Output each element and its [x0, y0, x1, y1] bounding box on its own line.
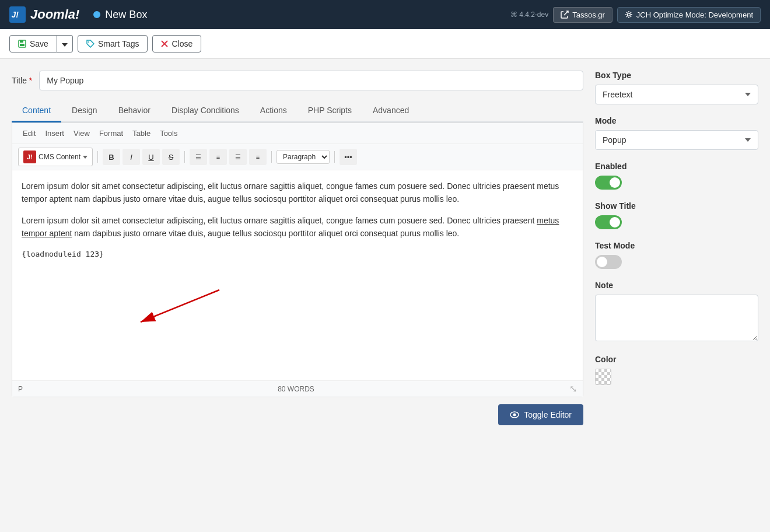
align-right-icon: ☰ [235, 154, 241, 160]
show-title-label: Show Title [595, 201, 758, 211]
toolbar-separator-3 [271, 151, 272, 163]
note-textarea[interactable] [595, 295, 758, 341]
editor-footer: P 80 WORDS ⤡ [12, 380, 583, 397]
svg-point-2 [627, 13, 630, 16]
mode-select[interactable]: Popup Slideout Embed [595, 130, 758, 150]
enabled-toggle[interactable] [595, 176, 622, 190]
page-title: New Box [105, 9, 147, 21]
enabled-slider [595, 176, 622, 190]
paragraph-indicator: P [18, 385, 23, 393]
editor-menu-view[interactable]: View [69, 127, 94, 140]
tab-php-scripts[interactable]: PHP Scripts [298, 100, 362, 123]
tab-content[interactable]: Content [12, 100, 61, 123]
color-section: Color [595, 355, 758, 385]
smart-tags-label: Smart Tags [98, 39, 139, 48]
toolbar: Save Smart Tags Close [0, 29, 770, 59]
editor-menu-insert[interactable]: Insert [40, 127, 69, 140]
svg-point-6 [88, 41, 89, 43]
align-left-icon: ☰ [195, 154, 201, 160]
jch-button[interactable]: JCH Optimize Mode: Development [617, 7, 761, 23]
close-icon [161, 40, 168, 47]
cms-content-label: CMS Content [38, 153, 80, 161]
enabled-toggle-container [595, 176, 758, 190]
show-title-toggle[interactable] [595, 215, 622, 229]
toggle-editor-row: Toggle Editor [12, 397, 583, 425]
toggle-editor-button[interactable]: Toggle Editor [498, 404, 583, 425]
bold-button[interactable]: B [103, 149, 120, 165]
eye-icon [510, 410, 519, 419]
align-justify-icon: ≡ [256, 154, 260, 160]
editor-menu-format[interactable]: Format [94, 127, 128, 140]
toolbar-separator-4 [334, 151, 335, 163]
align-justify-button[interactable]: ≡ [249, 149, 267, 165]
strikethrough-button[interactable]: S [162, 149, 180, 165]
arrow-annotation [129, 287, 222, 337]
color-swatch[interactable] [595, 369, 611, 385]
tab-behavior[interactable]: Behavior [108, 100, 161, 123]
note-label: Note [595, 281, 758, 290]
title-required: * [29, 76, 32, 85]
word-count: 80 WORDS [278, 385, 314, 393]
underline-button[interactable]: U [142, 149, 160, 165]
user-button[interactable]: Tassos.gr [553, 7, 612, 23]
save-dropdown-button[interactable] [57, 35, 73, 52]
tab-actions[interactable]: Actions [250, 100, 298, 123]
tab-display-conditions[interactable]: Display Conditions [161, 100, 250, 123]
box-type-select[interactable]: Freetext Module Component [595, 85, 758, 104]
title-row: Title * [12, 71, 583, 90]
joomla-logo-icon: J! [9, 6, 26, 23]
chevron-down-icon [62, 43, 68, 47]
resize-handle[interactable]: ⤡ [569, 383, 577, 394]
italic-button[interactable]: I [123, 149, 140, 165]
editor-menu-table[interactable]: Table [128, 127, 155, 140]
note-section: Note [595, 281, 758, 343]
tabs: Content Design Behavior Display Conditio… [12, 100, 583, 121]
more-tools-icon: ••• [344, 153, 352, 162]
title-dot-icon [93, 11, 100, 18]
enabled-section: Enabled [595, 162, 758, 190]
close-button[interactable]: Close [152, 35, 201, 52]
enabled-label: Enabled [595, 162, 758, 171]
jch-label: JCH Optimize Mode: Development [636, 10, 753, 19]
content-paragraph-2: Lorem ipsum dolor sit amet consectetur a… [22, 214, 573, 240]
svg-text:J!: J! [12, 10, 19, 19]
editor-menu-tools[interactable]: Tools [155, 127, 182, 140]
align-left-button[interactable]: ☰ [190, 149, 207, 165]
title-label: Title * [12, 76, 32, 85]
tab-design[interactable]: Design [61, 100, 108, 123]
cms-content-button[interactable]: J! CMS Content [18, 148, 93, 166]
test-mode-label: Test Mode [595, 241, 758, 250]
box-type-label: Box Type [595, 71, 758, 80]
right-panel: Box Type Freetext Module Component Mode … [595, 71, 758, 397]
cms-dropdown-icon [83, 156, 88, 159]
show-title-section: Show Title [595, 201, 758, 229]
tag-icon [86, 40, 94, 48]
editor-menubar: Edit Insert View Format Table Tools [12, 123, 583, 144]
save-button[interactable]: Save [9, 35, 57, 52]
show-title-toggle-container [595, 215, 758, 229]
page-title-container: New Box [93, 9, 147, 21]
editor-body[interactable]: Lorem ipsum dolor sit amet consectetur a… [12, 170, 583, 380]
svg-rect-5 [20, 44, 24, 46]
svg-line-8 [141, 290, 219, 322]
tab-advanced[interactable]: Advanced [362, 100, 419, 123]
smart-tags-button[interactable]: Smart Tags [78, 35, 148, 52]
gear-icon [625, 10, 633, 19]
test-mode-toggle[interactable] [595, 255, 622, 269]
align-right-button[interactable]: ☰ [229, 149, 247, 165]
user-label: Tassos.gr [572, 10, 605, 19]
color-label: Color [595, 355, 758, 364]
more-tools-button[interactable]: ••• [340, 149, 357, 165]
close-label: Close [172, 39, 192, 48]
editor-menu-edit[interactable]: Edit [18, 127, 40, 140]
paragraph-select[interactable]: Paragraph Heading 1 Heading 2 [276, 150, 330, 164]
main-content: Title * Content Design Behavior Display … [0, 59, 770, 437]
svg-point-10 [513, 414, 516, 416]
toolbar-separator-1 [97, 151, 98, 163]
version-text: ⌘ 4.4.2-dev [510, 10, 548, 19]
align-center-button[interactable]: ≡ [209, 149, 227, 165]
tabs-container: Content Design Behavior Display Conditio… [12, 100, 583, 123]
title-input[interactable] [39, 71, 583, 90]
left-panel: Title * Content Design Behavior Display … [12, 71, 583, 425]
content-paragraph-1: Lorem ipsum dolor sit amet consectetur a… [22, 180, 573, 206]
